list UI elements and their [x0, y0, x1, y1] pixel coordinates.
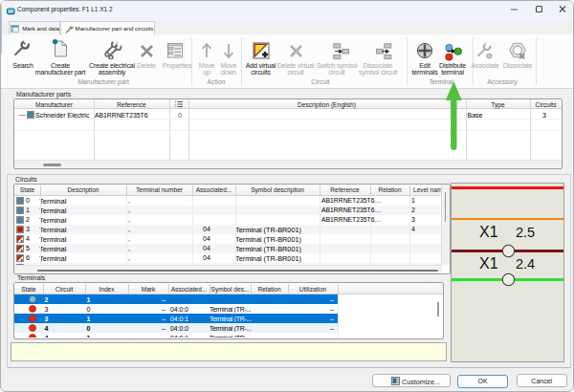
svg-text:1: 1	[174, 100, 176, 104]
svg-text:2: 2	[174, 104, 176, 108]
